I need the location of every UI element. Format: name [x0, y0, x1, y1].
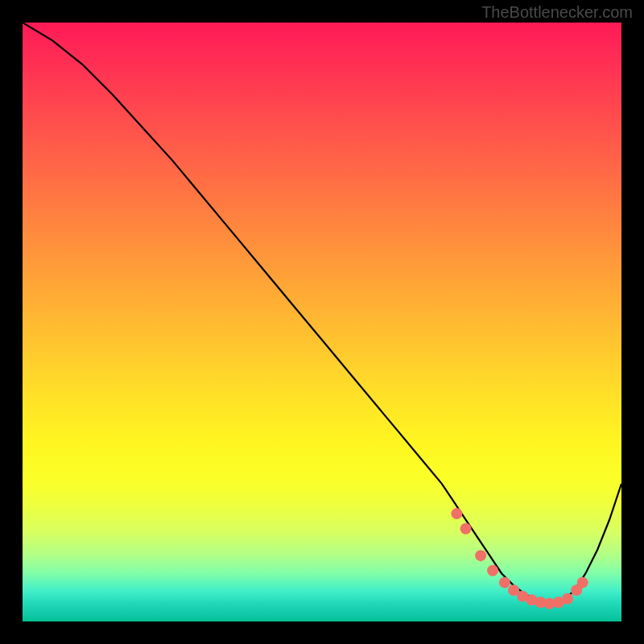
curve-marker	[460, 523, 472, 535]
curve-marker	[487, 565, 498, 576]
curve-marker	[451, 508, 462, 519]
curve-marker	[475, 550, 486, 561]
watermark-text: TheBottlenecker.com	[481, 3, 633, 22]
curve-markers	[451, 508, 588, 609]
curve-marker	[499, 577, 510, 588]
chart-curve-layer	[23, 23, 621, 621]
curve-marker	[562, 593, 573, 605]
chart-plot-area	[23, 23, 621, 621]
bottleneck-curve	[23, 23, 621, 604]
curve-marker	[577, 577, 588, 588]
